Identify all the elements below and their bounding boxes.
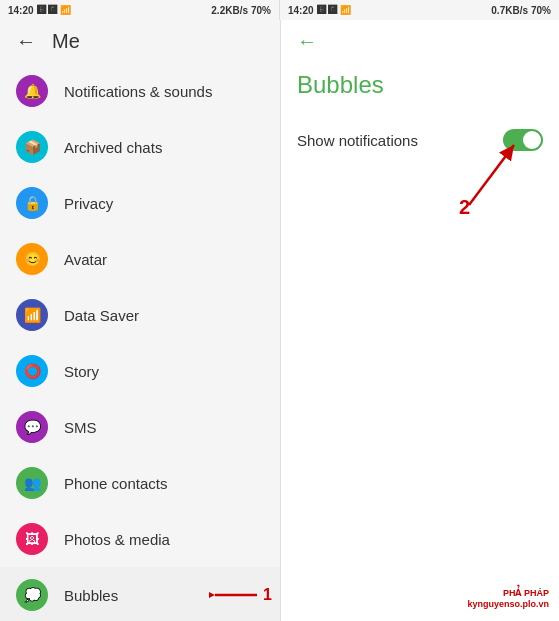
right-back-button[interactable]: ← <box>297 30 317 53</box>
annotation-1: 1 <box>209 583 272 607</box>
page-title: Me <box>52 30 80 53</box>
contacts-label: Phone contacts <box>64 475 264 492</box>
archive-icon: 📦 <box>16 131 48 163</box>
show-notifications-label: Show notifications <box>297 132 418 149</box>
story-label: Story <box>64 363 264 380</box>
sidebar-item-phone-contacts[interactable]: 👥 Phone contacts <box>0 455 280 511</box>
sidebar-item-avatar[interactable]: 😊 Avatar <box>0 231 280 287</box>
sidebar-item-data-saver[interactable]: 📶 Data Saver <box>0 287 280 343</box>
sidebar-item-archived[interactable]: 📦 Archived chats <box>0 119 280 175</box>
left-battery: 70% <box>251 5 271 16</box>
bubbles-icon: 💭 <box>16 579 48 611</box>
photos-icon: 🖼 <box>16 523 48 555</box>
right-panel: ← Bubbles Show notifications 2 <box>280 20 559 621</box>
left-header: ← Me <box>0 20 280 63</box>
right-panel-title: Bubbles <box>281 63 559 115</box>
lock-icon: 🔒 <box>16 187 48 219</box>
sms-icon: 💬 <box>16 411 48 443</box>
notifications-label: Notifications & sounds <box>64 83 264 100</box>
right-header: ← <box>281 20 559 63</box>
contacts-icon: 👥 <box>16 467 48 499</box>
data-icon: 📶 <box>16 299 48 331</box>
data-label: Data Saver <box>64 307 264 324</box>
story-icon: ⭕ <box>16 355 48 387</box>
left-speed: 2.2KB/s <box>211 5 248 16</box>
right-time: 14:20 <box>288 5 314 16</box>
svg-line-1 <box>469 145 514 205</box>
watermark: PHẢ PHÁP kynguyenso.plo.vn <box>467 588 549 611</box>
sidebar-item-photos[interactable]: 🖼 Photos & media <box>0 511 280 567</box>
annotation-1-number: 1 <box>263 586 272 604</box>
right-speed: 0.7KB/s <box>491 5 528 16</box>
annotation-2-number: 2 <box>459 196 470 219</box>
arrow-1-svg <box>209 583 259 607</box>
privacy-label: Privacy <box>64 195 264 212</box>
left-icons: 🅱 🅶 📶 <box>37 5 71 15</box>
avatar-label: Avatar <box>64 251 264 268</box>
sidebar-item-bubbles[interactable]: 💭 Bubbles 1 <box>0 567 280 621</box>
left-time: 14:20 <box>8 5 34 16</box>
sms-label: SMS <box>64 419 264 436</box>
right-icons: 🅱 🅶 📶 <box>317 5 351 15</box>
archived-label: Archived chats <box>64 139 264 156</box>
back-button[interactable]: ← <box>16 30 36 53</box>
annotation-2: 2 <box>459 135 529 219</box>
watermark-line2: kynguyenso.plo.vn <box>467 599 549 611</box>
right-battery: 70% <box>531 5 551 16</box>
sidebar-item-sms[interactable]: 💬 SMS <box>0 399 280 455</box>
left-panel: ← Me 🔔 Notifications & sounds 📦 Archived… <box>0 20 280 621</box>
sidebar-item-story[interactable]: ⭕ Story <box>0 343 280 399</box>
bell-icon: 🔔 <box>16 75 48 107</box>
sidebar-item-notifications[interactable]: 🔔 Notifications & sounds <box>0 63 280 119</box>
sidebar-item-privacy[interactable]: 🔒 Privacy <box>0 175 280 231</box>
avatar-icon: 😊 <box>16 243 48 275</box>
watermark-line1: PHẢ PHÁP <box>467 588 549 600</box>
photos-label: Photos & media <box>64 531 264 548</box>
